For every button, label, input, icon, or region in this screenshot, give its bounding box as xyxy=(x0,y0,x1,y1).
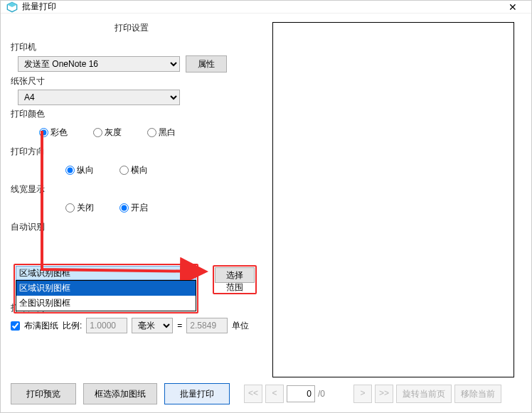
select-range-button[interactable]: 选择范围 xyxy=(215,267,255,283)
title-bar: 批量打印 ✕ xyxy=(1,1,531,14)
page-input[interactable] xyxy=(287,385,315,402)
autodetect-selected: 区域识别图框 xyxy=(19,267,70,279)
color-opt-bw[interactable]: 黑白 xyxy=(147,127,176,139)
preview-area xyxy=(272,22,514,377)
fill-paper-label: 布满图纸 xyxy=(24,320,58,332)
unit-select[interactable]: 毫米 xyxy=(132,318,173,333)
paper-select[interactable]: A4 xyxy=(18,90,180,105)
color-label: 打印颜色 xyxy=(11,108,252,120)
color-opt-gray[interactable]: 灰度 xyxy=(93,127,122,139)
page-first-button[interactable]: << xyxy=(244,385,262,403)
ratio-value xyxy=(86,318,127,333)
orientation-landscape[interactable]: 横向 xyxy=(119,164,148,176)
lineweight-label: 线宽显示 xyxy=(11,183,252,195)
autodetect-opt-area[interactable]: 区域识别图框 xyxy=(16,281,196,296)
app-logo-icon xyxy=(6,1,18,13)
svg-marker-1 xyxy=(7,2,16,7)
add-frame-button[interactable]: 框选添加图纸 xyxy=(83,383,157,404)
page-prev-button[interactable]: < xyxy=(265,385,284,403)
preview-button[interactable]: 打印预览 xyxy=(11,383,76,404)
batch-print-button[interactable]: 批量打印 xyxy=(164,383,230,404)
fill-paper-checkbox[interactable] xyxy=(11,321,20,331)
paper-label: 纸张尺寸 xyxy=(11,75,252,87)
page-last-button[interactable]: >> xyxy=(375,385,393,403)
lineweight-off[interactable]: 关闭 xyxy=(65,202,94,214)
equals: = xyxy=(177,321,182,331)
orientation-portrait[interactable]: 纵向 xyxy=(65,164,94,176)
remove-button[interactable]: 移除当前 xyxy=(454,385,501,403)
autodetect-label: 自动识别 xyxy=(11,221,252,233)
window-title: 批量打印 xyxy=(22,1,500,13)
page-next-button[interactable]: > xyxy=(353,385,372,403)
lineweight-on[interactable]: 开启 xyxy=(119,202,148,214)
ratio-label: 比例: xyxy=(63,320,82,332)
printer-label: 打印机 xyxy=(11,41,252,53)
page-total: /0 xyxy=(318,389,325,399)
unit-suffix: 单位 xyxy=(232,320,249,332)
section-title: 打印设置 xyxy=(11,19,252,38)
rotate-button[interactable]: 旋转当前页 xyxy=(396,385,452,403)
unit-value xyxy=(186,318,228,333)
properties-button[interactable]: 属性 xyxy=(186,55,227,73)
autodetect-dropdown[interactable]: 区域识别图框 区域识别图框 全图识别图框 xyxy=(14,264,198,313)
color-opt-color[interactable]: 彩色 xyxy=(39,127,68,139)
printer-select[interactable]: 发送至 OneNote 16 xyxy=(18,56,180,72)
autodetect-opt-full[interactable]: 全图识别图框 xyxy=(16,296,196,311)
close-icon[interactable]: ✕ xyxy=(500,1,526,13)
orientation-label: 打印方向 xyxy=(11,146,252,158)
